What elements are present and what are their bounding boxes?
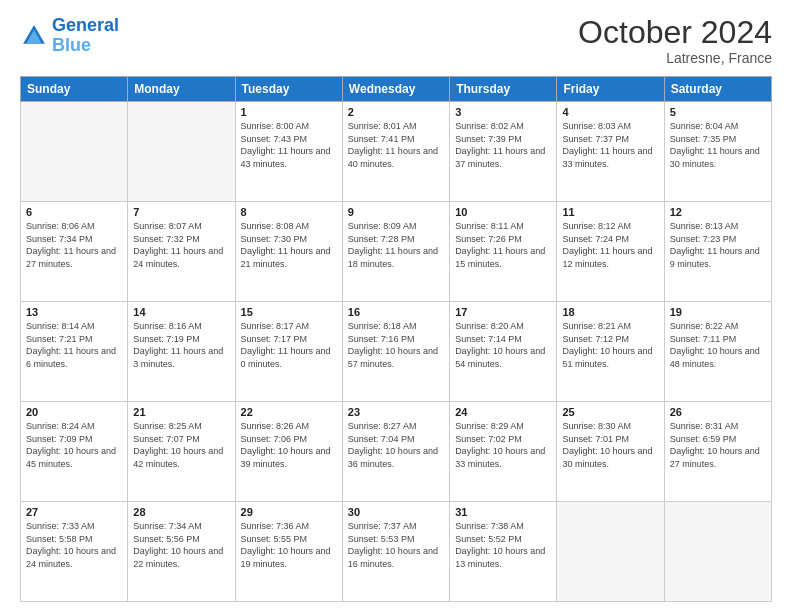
day-info: Sunrise: 8:00 AM Sunset: 7:43 PM Dayligh… bbox=[241, 120, 337, 170]
title-block: October 2024 Latresne, France bbox=[578, 16, 772, 66]
calendar-cell: 18Sunrise: 8:21 AM Sunset: 7:12 PM Dayli… bbox=[557, 302, 664, 402]
day-number: 14 bbox=[133, 306, 229, 318]
day-info: Sunrise: 8:27 AM Sunset: 7:04 PM Dayligh… bbox=[348, 420, 444, 470]
weekday-header-thursday: Thursday bbox=[450, 77, 557, 102]
day-number: 30 bbox=[348, 506, 444, 518]
day-number: 8 bbox=[241, 206, 337, 218]
week-row-1: 1Sunrise: 8:00 AM Sunset: 7:43 PM Daylig… bbox=[21, 102, 772, 202]
day-number: 16 bbox=[348, 306, 444, 318]
header: General Blue October 2024 Latresne, Fran… bbox=[20, 16, 772, 66]
calendar-table: SundayMondayTuesdayWednesdayThursdayFrid… bbox=[20, 76, 772, 602]
weekday-header-friday: Friday bbox=[557, 77, 664, 102]
calendar-cell bbox=[664, 502, 771, 602]
weekday-header-monday: Monday bbox=[128, 77, 235, 102]
calendar-cell: 24Sunrise: 8:29 AM Sunset: 7:02 PM Dayli… bbox=[450, 402, 557, 502]
calendar-cell: 15Sunrise: 8:17 AM Sunset: 7:17 PM Dayli… bbox=[235, 302, 342, 402]
day-info: Sunrise: 8:12 AM Sunset: 7:24 PM Dayligh… bbox=[562, 220, 658, 270]
day-info: Sunrise: 8:16 AM Sunset: 7:19 PM Dayligh… bbox=[133, 320, 229, 370]
logo-icon bbox=[20, 22, 48, 50]
day-info: Sunrise: 8:14 AM Sunset: 7:21 PM Dayligh… bbox=[26, 320, 122, 370]
day-info: Sunrise: 8:17 AM Sunset: 7:17 PM Dayligh… bbox=[241, 320, 337, 370]
day-info: Sunrise: 8:01 AM Sunset: 7:41 PM Dayligh… bbox=[348, 120, 444, 170]
day-number: 2 bbox=[348, 106, 444, 118]
calendar-cell: 22Sunrise: 8:26 AM Sunset: 7:06 PM Dayli… bbox=[235, 402, 342, 502]
calendar-cell: 16Sunrise: 8:18 AM Sunset: 7:16 PM Dayli… bbox=[342, 302, 449, 402]
logo-text: General Blue bbox=[52, 16, 119, 56]
calendar-cell: 4Sunrise: 8:03 AM Sunset: 7:37 PM Daylig… bbox=[557, 102, 664, 202]
day-number: 17 bbox=[455, 306, 551, 318]
day-info: Sunrise: 7:36 AM Sunset: 5:55 PM Dayligh… bbox=[241, 520, 337, 570]
location: Latresne, France bbox=[578, 50, 772, 66]
day-info: Sunrise: 8:21 AM Sunset: 7:12 PM Dayligh… bbox=[562, 320, 658, 370]
calendar-cell: 29Sunrise: 7:36 AM Sunset: 5:55 PM Dayli… bbox=[235, 502, 342, 602]
month-title: October 2024 bbox=[578, 16, 772, 48]
day-info: Sunrise: 8:31 AM Sunset: 6:59 PM Dayligh… bbox=[670, 420, 766, 470]
weekday-header-wednesday: Wednesday bbox=[342, 77, 449, 102]
day-info: Sunrise: 8:26 AM Sunset: 7:06 PM Dayligh… bbox=[241, 420, 337, 470]
day-info: Sunrise: 8:18 AM Sunset: 7:16 PM Dayligh… bbox=[348, 320, 444, 370]
day-info: Sunrise: 8:24 AM Sunset: 7:09 PM Dayligh… bbox=[26, 420, 122, 470]
day-number: 24 bbox=[455, 406, 551, 418]
day-number: 25 bbox=[562, 406, 658, 418]
day-number: 21 bbox=[133, 406, 229, 418]
day-number: 3 bbox=[455, 106, 551, 118]
page: General Blue October 2024 Latresne, Fran… bbox=[0, 0, 792, 612]
calendar-cell: 28Sunrise: 7:34 AM Sunset: 5:56 PM Dayli… bbox=[128, 502, 235, 602]
day-info: Sunrise: 8:29 AM Sunset: 7:02 PM Dayligh… bbox=[455, 420, 551, 470]
day-info: Sunrise: 8:09 AM Sunset: 7:28 PM Dayligh… bbox=[348, 220, 444, 270]
week-row-2: 6Sunrise: 8:06 AM Sunset: 7:34 PM Daylig… bbox=[21, 202, 772, 302]
day-number: 4 bbox=[562, 106, 658, 118]
calendar-cell: 9Sunrise: 8:09 AM Sunset: 7:28 PM Daylig… bbox=[342, 202, 449, 302]
calendar-cell: 6Sunrise: 8:06 AM Sunset: 7:34 PM Daylig… bbox=[21, 202, 128, 302]
day-info: Sunrise: 8:07 AM Sunset: 7:32 PM Dayligh… bbox=[133, 220, 229, 270]
logo: General Blue bbox=[20, 16, 119, 56]
calendar-cell: 1Sunrise: 8:00 AM Sunset: 7:43 PM Daylig… bbox=[235, 102, 342, 202]
day-number: 5 bbox=[670, 106, 766, 118]
day-info: Sunrise: 8:30 AM Sunset: 7:01 PM Dayligh… bbox=[562, 420, 658, 470]
calendar-cell: 31Sunrise: 7:38 AM Sunset: 5:52 PM Dayli… bbox=[450, 502, 557, 602]
day-number: 11 bbox=[562, 206, 658, 218]
day-info: Sunrise: 8:08 AM Sunset: 7:30 PM Dayligh… bbox=[241, 220, 337, 270]
day-info: Sunrise: 8:02 AM Sunset: 7:39 PM Dayligh… bbox=[455, 120, 551, 170]
calendar-cell: 2Sunrise: 8:01 AM Sunset: 7:41 PM Daylig… bbox=[342, 102, 449, 202]
day-number: 9 bbox=[348, 206, 444, 218]
calendar-cell: 12Sunrise: 8:13 AM Sunset: 7:23 PM Dayli… bbox=[664, 202, 771, 302]
day-number: 29 bbox=[241, 506, 337, 518]
day-number: 19 bbox=[670, 306, 766, 318]
calendar-cell: 3Sunrise: 8:02 AM Sunset: 7:39 PM Daylig… bbox=[450, 102, 557, 202]
day-number: 6 bbox=[26, 206, 122, 218]
day-number: 23 bbox=[348, 406, 444, 418]
calendar-cell: 30Sunrise: 7:37 AM Sunset: 5:53 PM Dayli… bbox=[342, 502, 449, 602]
day-number: 10 bbox=[455, 206, 551, 218]
day-info: Sunrise: 8:06 AM Sunset: 7:34 PM Dayligh… bbox=[26, 220, 122, 270]
day-number: 31 bbox=[455, 506, 551, 518]
week-row-4: 20Sunrise: 8:24 AM Sunset: 7:09 PM Dayli… bbox=[21, 402, 772, 502]
day-info: Sunrise: 7:33 AM Sunset: 5:58 PM Dayligh… bbox=[26, 520, 122, 570]
weekday-header-row: SundayMondayTuesdayWednesdayThursdayFrid… bbox=[21, 77, 772, 102]
calendar-cell bbox=[21, 102, 128, 202]
calendar-cell: 21Sunrise: 8:25 AM Sunset: 7:07 PM Dayli… bbox=[128, 402, 235, 502]
day-info: Sunrise: 8:22 AM Sunset: 7:11 PM Dayligh… bbox=[670, 320, 766, 370]
calendar-cell: 10Sunrise: 8:11 AM Sunset: 7:26 PM Dayli… bbox=[450, 202, 557, 302]
calendar-cell: 5Sunrise: 8:04 AM Sunset: 7:35 PM Daylig… bbox=[664, 102, 771, 202]
calendar-cell: 14Sunrise: 8:16 AM Sunset: 7:19 PM Dayli… bbox=[128, 302, 235, 402]
day-info: Sunrise: 8:25 AM Sunset: 7:07 PM Dayligh… bbox=[133, 420, 229, 470]
calendar-cell: 26Sunrise: 8:31 AM Sunset: 6:59 PM Dayli… bbox=[664, 402, 771, 502]
day-number: 1 bbox=[241, 106, 337, 118]
calendar-cell: 19Sunrise: 8:22 AM Sunset: 7:11 PM Dayli… bbox=[664, 302, 771, 402]
day-number: 15 bbox=[241, 306, 337, 318]
calendar-cell: 11Sunrise: 8:12 AM Sunset: 7:24 PM Dayli… bbox=[557, 202, 664, 302]
weekday-header-tuesday: Tuesday bbox=[235, 77, 342, 102]
day-number: 26 bbox=[670, 406, 766, 418]
week-row-3: 13Sunrise: 8:14 AM Sunset: 7:21 PM Dayli… bbox=[21, 302, 772, 402]
day-info: Sunrise: 8:20 AM Sunset: 7:14 PM Dayligh… bbox=[455, 320, 551, 370]
day-number: 20 bbox=[26, 406, 122, 418]
calendar-cell: 25Sunrise: 8:30 AM Sunset: 7:01 PM Dayli… bbox=[557, 402, 664, 502]
calendar-cell bbox=[128, 102, 235, 202]
calendar-cell bbox=[557, 502, 664, 602]
day-info: Sunrise: 8:11 AM Sunset: 7:26 PM Dayligh… bbox=[455, 220, 551, 270]
calendar-cell: 23Sunrise: 8:27 AM Sunset: 7:04 PM Dayli… bbox=[342, 402, 449, 502]
day-number: 27 bbox=[26, 506, 122, 518]
calendar-cell: 20Sunrise: 8:24 AM Sunset: 7:09 PM Dayli… bbox=[21, 402, 128, 502]
day-number: 18 bbox=[562, 306, 658, 318]
